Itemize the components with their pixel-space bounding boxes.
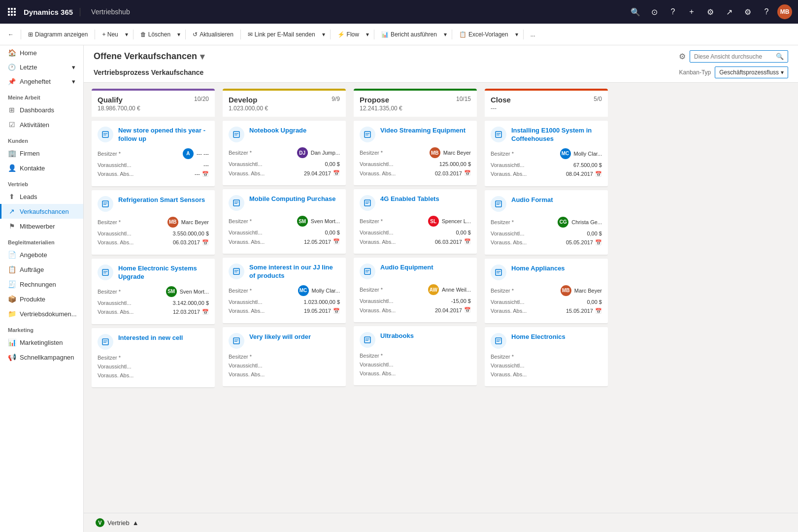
card-voraussichtl-field: Voraussichtl... 67.500,00 $ (491, 162, 602, 168)
settings-icon[interactable]: ⚙ (740, 4, 756, 20)
delete-dropdown[interactable]: ▾ (175, 29, 182, 40)
new-dropdown[interactable]: ▾ (123, 29, 130, 40)
email-dropdown[interactable]: ▾ (320, 29, 327, 40)
sidebar-item-kontakte[interactable]: 👤 Kontakte (0, 161, 83, 175)
date-text: 06.03.2017 (435, 239, 462, 245)
add-icon[interactable]: + (684, 4, 699, 20)
sidebar-item-verkaufschancen[interactable]: ↗ Verkaufschancen (0, 204, 83, 219)
card-title[interactable]: Notebook Upgrade (249, 127, 306, 135)
date-value: 02.03.2017 📅 (435, 170, 471, 176)
card-title[interactable]: Installing E1000 System in Coffeehouses (511, 127, 602, 143)
filter-icon-header[interactable]: ⚙ (679, 52, 686, 61)
kanban-card[interactable]: Interested in new cell Besitzer * Voraus… (92, 328, 215, 387)
kanban-card[interactable]: Audio Equipment Besitzer * AW Anne Weil.… (354, 258, 477, 322)
card-title[interactable]: Very likely will order (249, 333, 311, 341)
delete-button[interactable]: 🗑 Löschen (136, 29, 174, 40)
email-button[interactable]: ✉ Link per E-Mail senden (244, 29, 319, 40)
kanban-card[interactable]: Installing E1000 System in Coffeehouses … (485, 121, 608, 186)
card-title[interactable]: New store opened this year - follow up (118, 127, 209, 143)
sidebar-item-vertriebsdokumen[interactable]: 📁 Vertriebsdokumen... (0, 306, 83, 321)
kanban-card[interactable]: New store opened this year - follow up B… (92, 121, 215, 186)
owner-value: A --- --- (183, 148, 209, 159)
share-icon[interactable]: ↗ (721, 4, 737, 20)
search-icon[interactable]: 🔍 (628, 4, 643, 20)
voraussichtl-label: Voraussichtl... (229, 161, 262, 167)
card-title[interactable]: Interested in new cell (118, 334, 183, 342)
sidebar-item-dashboards[interactable]: ⊞ Dashboards (0, 102, 83, 117)
card-voraussichtl-field: Voraussichtl... -15,00 $ (360, 298, 471, 304)
sidebar-item-rechnungen[interactable]: 🧾 Rechnungen (0, 277, 83, 292)
help-icon[interactable]: ? (665, 4, 681, 20)
flow-button[interactable]: ⚡ Flow (333, 29, 363, 40)
card-title[interactable]: Some interest in our JJ line of products (249, 264, 340, 280)
new-button[interactable]: + Neu (98, 29, 122, 40)
view-title-dropdown-icon[interactable]: ▾ (200, 51, 204, 62)
kanban-card[interactable]: Home Electronic Systems Upgrade Besitzer… (92, 259, 215, 324)
card-title[interactable]: 4G Enabled Tablets (380, 195, 439, 203)
kanban-card[interactable]: Some interest in our JJ line of products… (223, 258, 346, 323)
card-title[interactable]: Video Streaming Equipment (380, 127, 466, 135)
kanban-card[interactable]: Notebook Upgrade Besitzer * DJ Dan Jump.… (223, 121, 346, 185)
kanban-card[interactable]: Ultrabooks Besitzer * Voraussichtl... (354, 326, 477, 385)
kanban-type-dropdown[interactable]: Geschäftsprozessfluss ▾ (715, 66, 788, 78)
card-owner-field: Besitzer * DJ Dan Jump... (229, 147, 340, 158)
kanban-card[interactable]: Audio Format Besitzer * CG Christa Ge...… (485, 190, 608, 255)
refresh-button[interactable]: ↺ Aktualisieren (189, 29, 237, 40)
kanban-card[interactable]: Home Electronics Besitzer * Voraussichtl… (485, 327, 608, 386)
card-title[interactable]: Home Electronics (511, 333, 565, 341)
sidebar-item-leads[interactable]: ⬆ Leads (0, 189, 83, 204)
sidebar-item-home[interactable]: 🏠 Home (0, 45, 83, 60)
question-icon[interactable]: ? (759, 4, 774, 20)
owner-value: MC Molly Clar... (298, 285, 340, 296)
kanban-card[interactable]: Mobile Computing Purchase Besitzer * SM … (223, 189, 346, 254)
sidebar-item-firmen[interactable]: 🏢 Firmen (0, 146, 83, 161)
card-voraussichtl-field: Voraussichtl... 125.000,00 $ (360, 161, 471, 167)
sidebar-item-produkte[interactable]: 📦 Produkte (0, 292, 83, 306)
kanban-card[interactable]: Video Streaming Equipment Besitzer * MB … (354, 121, 477, 185)
card-title[interactable]: Home Appliances (511, 265, 565, 273)
voraussichtl-value: 0,00 $ (587, 231, 602, 236)
card-owner-field: Besitzer * (98, 355, 209, 361)
bottom-navigation: V Vertrieb ▲ (84, 513, 798, 532)
card-title[interactable]: Refrigeration Smart Sensors (118, 196, 205, 204)
voraussichtl-amount: 1.023.000,00 $ (304, 299, 340, 305)
kanban-card[interactable]: Very likely will order Besitzer * Voraus… (223, 327, 346, 386)
col-header-left-develop: Develop 1.023.000,00 € (229, 96, 268, 112)
filter-icon[interactable]: ⚙ (702, 4, 718, 20)
kanban-card[interactable]: Refrigeration Smart Sensors Besitzer * M… (92, 190, 215, 255)
sidebar-item-angeheftet[interactable]: 📌 Angeheftet ▾ (0, 74, 83, 89)
sidebar-item-angebote[interactable]: 📄 Angebote (0, 247, 83, 262)
card-title[interactable]: Audio Equipment (380, 264, 433, 272)
report-button[interactable]: 📊 Bericht ausführen (377, 29, 441, 40)
kanban-card[interactable]: 4G Enabled Tablets Besitzer * SL Spencer… (354, 189, 477, 254)
excel-button[interactable]: 📋 Excel-Vorlagen (455, 29, 512, 40)
card-title[interactable]: Audio Format (511, 196, 553, 204)
sidebar-item-letzte[interactable]: 🕐 Letzte ▾ (0, 60, 83, 74)
kanban-card[interactable]: Home Appliances Besitzer * MB Marc Beyer… (485, 259, 608, 323)
card-title[interactable]: Home Electronic Systems Upgrade (118, 265, 209, 281)
bottom-nav-vertrieb[interactable]: V Vertrieb ▲ (92, 516, 143, 529)
toolbar: ← ⊞ Diagramm anzeigen + Neu ▾ 🗑 Löschen … (0, 24, 798, 45)
date-value: --- 📅 (195, 171, 209, 177)
flow-dropdown[interactable]: ▾ (364, 29, 371, 40)
sidebar-item-aktivitaeten[interactable]: ☑ Aktivitäten (0, 117, 83, 132)
sidebar-item-mitbewerber[interactable]: ⚑ Mitbewerber (0, 219, 83, 233)
more-button[interactable]: ... (527, 29, 539, 40)
sidebar-item-schnellkampagnen[interactable]: 📢 Schnellkampagnen (0, 350, 83, 365)
owner-value: SL Spencer L... (428, 216, 471, 227)
activity-icon[interactable]: ⊙ (646, 4, 662, 20)
col-amount-qualify: 18.986.700,00 € (98, 105, 140, 112)
user-avatar[interactable]: MB (777, 4, 792, 19)
card-date-field: Vorauss. Abs... 06.03.2017 📅 (98, 239, 209, 246)
hamburger-menu[interactable] (6, 6, 18, 18)
sidebar-item-auftraege[interactable]: 📋 Aufträge (0, 262, 83, 277)
sidebar-item-marketinglisten[interactable]: 📊 Marketinglisten (0, 335, 83, 350)
back-button[interactable]: ← (4, 29, 18, 40)
owner-label: Besitzer * (229, 218, 252, 224)
diagram-button[interactable]: ⊞ Diagramm anzeigen (24, 29, 92, 40)
card-title[interactable]: Ultrabooks (380, 332, 414, 340)
search-input[interactable] (694, 53, 773, 60)
card-title[interactable]: Mobile Computing Purchase (249, 195, 336, 203)
excel-dropdown[interactable]: ▾ (513, 29, 520, 40)
report-dropdown[interactable]: ▾ (442, 29, 449, 40)
